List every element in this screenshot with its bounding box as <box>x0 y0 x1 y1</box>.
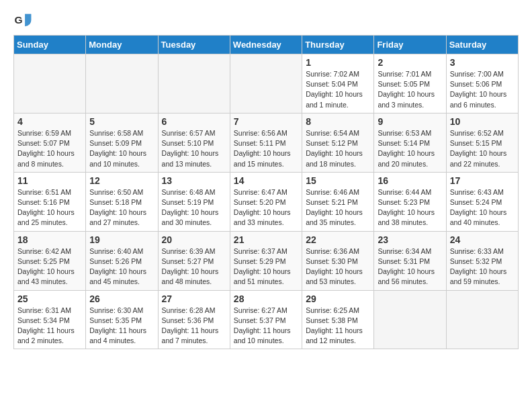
day-number: 10 <box>450 116 515 127</box>
calendar-day-cell: 10Sunrise: 6:52 AM Sunset: 5:15 PM Dayli… <box>446 113 518 172</box>
day-number: 28 <box>234 293 298 304</box>
weekday-header-row: SundayMondayTuesdayWednesdayThursdayFrid… <box>14 36 519 54</box>
day-number: 29 <box>306 293 370 304</box>
day-info: Sunrise: 6:28 AM Sunset: 5:36 PM Dayligh… <box>162 306 226 347</box>
day-info: Sunrise: 6:39 AM Sunset: 5:27 PM Dayligh… <box>162 246 226 287</box>
day-number: 18 <box>17 234 82 245</box>
day-info: Sunrise: 6:44 AM Sunset: 5:23 PM Dayligh… <box>378 187 442 228</box>
calendar-day-cell: 21Sunrise: 6:37 AM Sunset: 5:29 PM Dayli… <box>230 231 302 290</box>
calendar-table: SundayMondayTuesdayWednesdayThursdayFrid… <box>13 35 519 349</box>
day-info: Sunrise: 6:36 AM Sunset: 5:30 PM Dayligh… <box>306 246 370 287</box>
day-number: 24 <box>450 234 515 245</box>
weekday-header-cell: Friday <box>374 36 446 54</box>
day-number: 17 <box>450 175 515 186</box>
calendar-day-cell: 16Sunrise: 6:44 AM Sunset: 5:23 PM Dayli… <box>374 172 446 231</box>
calendar-week-row: 1Sunrise: 7:02 AM Sunset: 5:04 PM Daylig… <box>14 54 519 113</box>
calendar-day-cell: 23Sunrise: 6:34 AM Sunset: 5:31 PM Dayli… <box>374 231 446 290</box>
day-info: Sunrise: 6:48 AM Sunset: 5:19 PM Dayligh… <box>162 187 226 228</box>
day-number: 11 <box>17 175 82 186</box>
day-number: 1 <box>306 57 370 68</box>
day-number: 21 <box>234 234 298 245</box>
calendar-day-cell: 11Sunrise: 6:51 AM Sunset: 5:16 PM Dayli… <box>14 172 86 231</box>
calendar-day-cell <box>446 290 518 349</box>
day-info: Sunrise: 6:30 AM Sunset: 5:35 PM Dayligh… <box>89 306 154 347</box>
day-number: 7 <box>234 116 298 127</box>
calendar-day-cell: 24Sunrise: 6:33 AM Sunset: 5:32 PM Dayli… <box>446 231 518 290</box>
calendar-day-cell: 7Sunrise: 6:56 AM Sunset: 5:11 PM Daylig… <box>230 113 302 172</box>
calendar-day-cell: 25Sunrise: 6:31 AM Sunset: 5:34 PM Dayli… <box>14 290 86 349</box>
day-number: 5 <box>89 116 154 127</box>
calendar-day-cell <box>230 54 302 113</box>
calendar-day-cell: 28Sunrise: 6:27 AM Sunset: 5:37 PM Dayli… <box>230 290 302 349</box>
day-number: 26 <box>89 293 154 304</box>
day-info: Sunrise: 6:56 AM Sunset: 5:11 PM Dayligh… <box>234 128 298 169</box>
day-number: 20 <box>162 234 226 245</box>
day-info: Sunrise: 6:27 AM Sunset: 5:37 PM Dayligh… <box>234 306 298 347</box>
calendar-day-cell: 8Sunrise: 6:54 AM Sunset: 5:12 PM Daylig… <box>302 113 374 172</box>
day-info: Sunrise: 6:47 AM Sunset: 5:20 PM Dayligh… <box>234 187 298 228</box>
calendar-day-cell: 3Sunrise: 7:00 AM Sunset: 5:06 PM Daylig… <box>446 54 518 113</box>
calendar-day-cell: 1Sunrise: 7:02 AM Sunset: 5:04 PM Daylig… <box>302 54 374 113</box>
calendar-week-row: 18Sunrise: 6:42 AM Sunset: 5:25 PM Dayli… <box>14 231 519 290</box>
calendar-day-cell: 5Sunrise: 6:58 AM Sunset: 5:09 PM Daylig… <box>86 113 158 172</box>
day-info: Sunrise: 6:53 AM Sunset: 5:14 PM Dayligh… <box>378 128 442 169</box>
day-number: 25 <box>17 293 82 304</box>
day-info: Sunrise: 6:25 AM Sunset: 5:38 PM Dayligh… <box>306 306 370 347</box>
calendar-day-cell: 13Sunrise: 6:48 AM Sunset: 5:19 PM Dayli… <box>158 172 230 231</box>
calendar-week-row: 4Sunrise: 6:59 AM Sunset: 5:07 PM Daylig… <box>14 113 519 172</box>
day-number: 8 <box>306 116 370 127</box>
calendar-day-cell: 20Sunrise: 6:39 AM Sunset: 5:27 PM Dayli… <box>158 231 230 290</box>
calendar-day-cell: 12Sunrise: 6:50 AM Sunset: 5:18 PM Dayli… <box>86 172 158 231</box>
calendar-day-cell: 15Sunrise: 6:46 AM Sunset: 5:21 PM Dayli… <box>302 172 374 231</box>
day-info: Sunrise: 6:58 AM Sunset: 5:09 PM Dayligh… <box>89 128 154 169</box>
day-number: 23 <box>378 234 442 245</box>
calendar-day-cell: 22Sunrise: 6:36 AM Sunset: 5:30 PM Dayli… <box>302 231 374 290</box>
weekday-header-cell: Monday <box>86 36 158 54</box>
calendar-week-row: 25Sunrise: 6:31 AM Sunset: 5:34 PM Dayli… <box>14 290 519 349</box>
day-number: 2 <box>378 57 442 68</box>
calendar-day-cell <box>374 290 446 349</box>
day-info: Sunrise: 6:40 AM Sunset: 5:26 PM Dayligh… <box>89 246 154 287</box>
svg-text:G: G <box>15 14 23 26</box>
day-info: Sunrise: 6:34 AM Sunset: 5:31 PM Dayligh… <box>378 246 442 287</box>
day-info: Sunrise: 6:52 AM Sunset: 5:15 PM Dayligh… <box>450 128 515 169</box>
calendar-day-cell: 17Sunrise: 6:43 AM Sunset: 5:24 PM Dayli… <box>446 172 518 231</box>
day-info: Sunrise: 7:02 AM Sunset: 5:04 PM Dayligh… <box>306 69 370 110</box>
day-number: 4 <box>17 116 82 127</box>
calendar-day-cell: 27Sunrise: 6:28 AM Sunset: 5:36 PM Dayli… <box>158 290 230 349</box>
calendar-week-row: 11Sunrise: 6:51 AM Sunset: 5:16 PM Dayli… <box>14 172 519 231</box>
calendar-body: 1Sunrise: 7:02 AM Sunset: 5:04 PM Daylig… <box>14 54 519 349</box>
day-info: Sunrise: 6:54 AM Sunset: 5:12 PM Dayligh… <box>306 128 370 169</box>
day-number: 6 <box>162 116 226 127</box>
weekday-header-cell: Sunday <box>14 36 86 54</box>
day-info: Sunrise: 7:00 AM Sunset: 5:06 PM Dayligh… <box>450 69 515 110</box>
day-info: Sunrise: 7:01 AM Sunset: 5:05 PM Dayligh… <box>378 69 442 110</box>
calendar-day-cell: 6Sunrise: 6:57 AM Sunset: 5:10 PM Daylig… <box>158 113 230 172</box>
logo-icon: G <box>13 11 32 30</box>
calendar-day-cell <box>158 54 230 113</box>
calendar-day-cell: 4Sunrise: 6:59 AM Sunset: 5:07 PM Daylig… <box>14 113 86 172</box>
day-info: Sunrise: 6:33 AM Sunset: 5:32 PM Dayligh… <box>450 246 515 287</box>
day-info: Sunrise: 6:46 AM Sunset: 5:21 PM Dayligh… <box>306 187 370 228</box>
day-info: Sunrise: 6:57 AM Sunset: 5:10 PM Dayligh… <box>162 128 226 169</box>
day-info: Sunrise: 6:51 AM Sunset: 5:16 PM Dayligh… <box>17 187 82 228</box>
day-number: 22 <box>306 234 370 245</box>
day-number: 27 <box>162 293 226 304</box>
calendar-day-cell: 2Sunrise: 7:01 AM Sunset: 5:05 PM Daylig… <box>374 54 446 113</box>
calendar-day-cell: 9Sunrise: 6:53 AM Sunset: 5:14 PM Daylig… <box>374 113 446 172</box>
logo: G <box>13 11 35 30</box>
day-number: 16 <box>378 175 442 186</box>
calendar-day-cell: 26Sunrise: 6:30 AM Sunset: 5:35 PM Dayli… <box>86 290 158 349</box>
calendar-day-cell: 19Sunrise: 6:40 AM Sunset: 5:26 PM Dayli… <box>86 231 158 290</box>
day-info: Sunrise: 6:59 AM Sunset: 5:07 PM Dayligh… <box>17 128 82 169</box>
weekday-header-cell: Thursday <box>302 36 374 54</box>
day-info: Sunrise: 6:50 AM Sunset: 5:18 PM Dayligh… <box>89 187 154 228</box>
page-header: G <box>13 11 519 30</box>
calendar-day-cell: 29Sunrise: 6:25 AM Sunset: 5:38 PM Dayli… <box>302 290 374 349</box>
weekday-header-cell: Tuesday <box>158 36 230 54</box>
calendar-day-cell: 18Sunrise: 6:42 AM Sunset: 5:25 PM Dayli… <box>14 231 86 290</box>
day-number: 19 <box>89 234 154 245</box>
day-number: 9 <box>378 116 442 127</box>
day-info: Sunrise: 6:37 AM Sunset: 5:29 PM Dayligh… <box>234 246 298 287</box>
day-info: Sunrise: 6:42 AM Sunset: 5:25 PM Dayligh… <box>17 246 82 287</box>
